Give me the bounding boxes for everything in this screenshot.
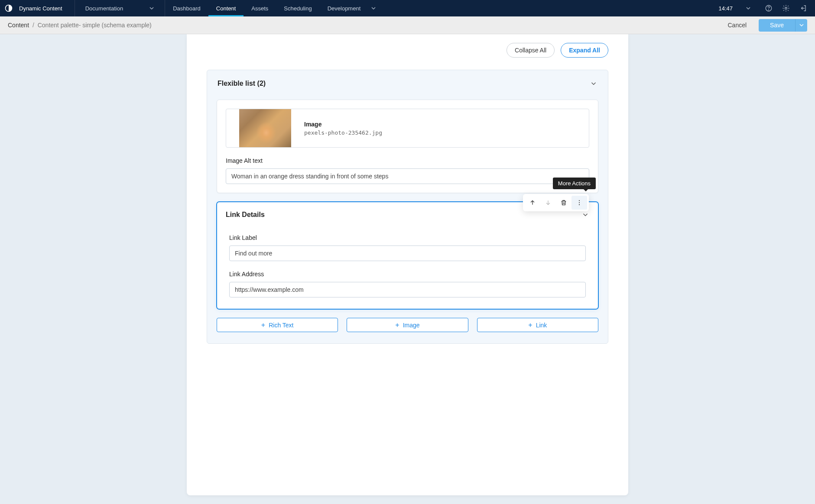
nav-content[interactable]: Content bbox=[208, 0, 244, 16]
more-vertical-icon bbox=[576, 199, 583, 206]
add-link-button[interactable]: +Link bbox=[477, 318, 598, 332]
move-up-button[interactable] bbox=[525, 196, 540, 210]
content-stage: Collapse All Expand All Flexible list (2… bbox=[0, 34, 815, 504]
link-address-label: Link Address bbox=[229, 271, 586, 278]
cancel-button[interactable]: Cancel bbox=[727, 22, 747, 29]
documentation-label: Documentation bbox=[85, 5, 123, 12]
link-item-card: Link Details Link Label Link Address bbox=[217, 202, 598, 309]
add-buttons-row: +Rich Text +Image +Link bbox=[217, 318, 598, 332]
more-actions-tooltip: More Actions bbox=[553, 178, 596, 189]
image-filename: pexels-photo-235462.jpg bbox=[304, 129, 382, 136]
svg-point-6 bbox=[579, 204, 580, 205]
crumb-leaf: Content palette- simple (schema example) bbox=[38, 22, 152, 29]
editor-panel: Collapse All Expand All Flexible list (2… bbox=[187, 34, 628, 495]
image-alt-label: Image Alt text bbox=[226, 157, 589, 164]
chevron-down-icon[interactable] bbox=[581, 211, 589, 219]
chevron-down-icon[interactable] bbox=[590, 80, 597, 87]
nav-dashboard[interactable]: Dashboard bbox=[165, 0, 208, 16]
chevron-down-icon bbox=[746, 6, 751, 11]
flexible-list-card: Flexible list (2) Image pexels-photo-235… bbox=[207, 70, 608, 344]
arrow-down-icon bbox=[545, 199, 552, 206]
svg-point-2 bbox=[769, 10, 769, 10]
time-dropdown[interactable]: 14:47 bbox=[718, 5, 755, 12]
image-type-label: Image bbox=[304, 121, 382, 128]
plus-icon: + bbox=[528, 322, 532, 329]
nav-assets[interactable]: Assets bbox=[244, 0, 276, 16]
expand-all-button[interactable]: Expand All bbox=[561, 43, 608, 58]
arrow-up-icon bbox=[529, 199, 536, 206]
collapse-all-button[interactable]: Collapse All bbox=[507, 43, 555, 58]
documentation-dropdown[interactable]: Documentation bbox=[75, 0, 165, 16]
brand-logo-icon bbox=[4, 4, 13, 13]
plus-icon: + bbox=[395, 322, 399, 329]
add-rich-text-button[interactable]: +Rich Text bbox=[217, 318, 338, 332]
development-label: Development bbox=[328, 5, 361, 12]
gear-icon[interactable] bbox=[782, 4, 790, 12]
svg-point-4 bbox=[579, 200, 580, 201]
svg-point-5 bbox=[579, 202, 580, 203]
breadcrumb: Content / Content palette- simple (schem… bbox=[8, 22, 152, 29]
trash-icon bbox=[560, 199, 567, 206]
chevron-down-icon bbox=[149, 6, 154, 11]
top-nav: Dynamic Content Documentation Dashboard … bbox=[0, 0, 815, 16]
time-display: 14:47 bbox=[718, 5, 733, 12]
brand-title: Dynamic Content bbox=[19, 5, 62, 12]
image-thumbnail bbox=[239, 109, 291, 147]
crumb-root[interactable]: Content bbox=[8, 22, 29, 29]
flexible-list-title: Flexible list (2) bbox=[218, 80, 266, 87]
move-down-button[interactable] bbox=[540, 196, 556, 210]
image-item-card: Image pexels-photo-235462.jpg Image Alt … bbox=[217, 100, 598, 193]
plus-icon: + bbox=[261, 322, 265, 329]
item-toolbar bbox=[523, 194, 589, 211]
help-icon[interactable] bbox=[765, 4, 773, 12]
link-label-input[interactable] bbox=[229, 246, 586, 261]
sub-bar: Content / Content palette- simple (schem… bbox=[0, 16, 815, 34]
development-dropdown[interactable]: Development bbox=[320, 0, 384, 16]
save-dropdown-button[interactable] bbox=[795, 19, 807, 32]
svg-point-3 bbox=[785, 7, 787, 10]
more-actions-button[interactable] bbox=[571, 196, 587, 210]
save-button[interactable]: Save bbox=[759, 19, 795, 32]
chevron-down-icon bbox=[371, 6, 376, 11]
add-image-button[interactable]: +Image bbox=[347, 318, 468, 332]
link-label-label: Link Label bbox=[229, 234, 586, 241]
nav-scheduling[interactable]: Scheduling bbox=[276, 0, 319, 16]
brand-area: Dynamic Content bbox=[0, 0, 75, 16]
link-details-title: Link Details bbox=[226, 211, 265, 219]
delete-button[interactable] bbox=[556, 196, 571, 210]
image-alt-input[interactable] bbox=[226, 168, 589, 184]
logout-icon[interactable] bbox=[799, 4, 807, 12]
caret-down-icon bbox=[799, 23, 804, 27]
image-chooser[interactable]: Image pexels-photo-235462.jpg bbox=[226, 109, 589, 148]
link-address-input[interactable] bbox=[229, 282, 586, 297]
nav-items: Dashboard Content Assets Scheduling bbox=[165, 0, 320, 16]
